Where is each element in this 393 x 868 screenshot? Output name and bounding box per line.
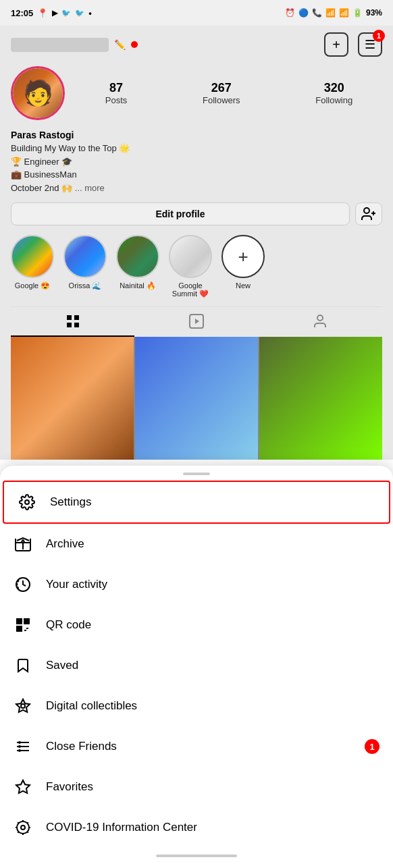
- username-area: p_r_a_s_t_o_g_i ✏️: [11, 38, 138, 52]
- call-icon: 📞: [312, 8, 322, 18]
- grid-cell-2[interactable]: [135, 337, 258, 460]
- top-bar: p_r_a_s_t_o_g_i ✏️ + ☰ 1: [11, 32, 382, 57]
- avatar[interactable]: 🧑: [11, 66, 65, 120]
- menu-button[interactable]: ☰ 1: [358, 32, 382, 57]
- svg-point-9: [317, 315, 323, 321]
- highlight-circle-orissa: [63, 235, 107, 278]
- menu-item-digital-collectibles[interactable]: Digital collectibles: [0, 686, 393, 726]
- tagged-icon: [312, 313, 328, 329]
- tab-reels[interactable]: [134, 307, 258, 337]
- add-person-button[interactable]: [355, 202, 382, 225]
- profile-info-row: 🧑 87 Posts 267 Followers 320 Following: [11, 66, 382, 120]
- covid-label: COVID-19 Information Center: [46, 821, 197, 834]
- stats-row: 87 Posts 267 Followers 320 Following: [76, 81, 382, 105]
- add-post-button[interactable]: +: [324, 32, 348, 57]
- reels-icon: [188, 313, 205, 329]
- photo-grid: [11, 337, 382, 460]
- activity-label: Your activity: [46, 578, 107, 591]
- highlight-google-summit[interactable]: Google Summit ❤️: [169, 235, 212, 298]
- tab-grid[interactable]: [11, 307, 134, 337]
- battery-percent: 93%: [366, 8, 382, 18]
- activity-icon: [14, 575, 32, 594]
- status-time-area: 12:05 📍 ▶ 🐦 🐦 •: [11, 8, 92, 18]
- svg-point-35: [17, 821, 29, 834]
- svg-marker-34: [16, 780, 30, 793]
- signal-icon: 📶: [339, 8, 349, 18]
- svg-rect-6: [74, 323, 79, 327]
- svg-point-0: [364, 208, 369, 213]
- posts-stat[interactable]: 87 Posts: [105, 81, 128, 105]
- covid-icon: [14, 818, 32, 837]
- menu-item-covid[interactable]: COVID-19 Information Center: [0, 807, 393, 848]
- saved-icon: [14, 656, 32, 675]
- edit-profile-button[interactable]: Edit profile: [11, 202, 350, 225]
- bluetooth-icon: 🔵: [298, 8, 309, 18]
- svg-point-27: [21, 704, 25, 708]
- archive-label: Archive: [46, 537, 84, 551]
- close-friends-label: Close Friends: [46, 740, 117, 753]
- svg-rect-4: [74, 315, 79, 320]
- top-action-icons: + ☰ 1: [324, 32, 382, 57]
- highlight-circle-new: +: [221, 235, 265, 278]
- highlight-orissa[interactable]: Orissa 🌊: [63, 235, 107, 298]
- menu-item-saved[interactable]: Saved: [0, 645, 393, 686]
- profile-section: p_r_a_s_t_o_g_i ✏️ + ☰ 1 🧑 87 Posts: [0, 26, 393, 460]
- menu-item-close-friends[interactable]: Close Friends 1: [0, 726, 393, 767]
- menu-item-archive[interactable]: Archive: [0, 524, 393, 564]
- bottom-sheet: Settings Archive Your activity: [0, 466, 393, 868]
- tab-tagged[interactable]: [259, 307, 382, 337]
- favorites-icon: [14, 778, 32, 796]
- followers-stat[interactable]: 267 Followers: [203, 81, 240, 105]
- grid-cell-3[interactable]: [259, 337, 382, 460]
- svg-line-41: [18, 822, 18, 823]
- dot-icon: •: [88, 8, 92, 18]
- highlight-new[interactable]: + New: [221, 235, 265, 298]
- following-count: 320: [324, 81, 344, 95]
- close-friends-badge: 1: [365, 739, 379, 754]
- svg-rect-5: [67, 323, 72, 327]
- add-person-icon: [361, 206, 377, 222]
- followers-count: 267: [211, 81, 232, 95]
- profile-name: Paras Rastogi: [11, 130, 382, 140]
- highlight-label-nainital: Nainital 🔥: [120, 281, 156, 290]
- saved-label: Saved: [46, 659, 78, 672]
- svg-rect-3: [67, 315, 72, 320]
- svg-rect-17: [26, 620, 28, 622]
- archive-icon: [14, 535, 32, 553]
- bio-line3: 💼 BusinessMan: [11, 168, 382, 182]
- svg-line-42: [27, 832, 28, 832]
- edit-profile-row: Edit profile: [11, 202, 382, 225]
- highlight-label-google: Google 😍: [15, 281, 51, 290]
- menu-item-qr-code[interactable]: QR code: [0, 605, 393, 645]
- qr-icon: [14, 616, 32, 634]
- status-dot: [131, 41, 138, 48]
- menu-item-your-activity[interactable]: Your activity: [0, 564, 393, 605]
- menu-item-settings[interactable]: Settings: [3, 481, 390, 524]
- youtube-icon: ▶: [52, 9, 57, 18]
- close-friends-icon: [14, 737, 32, 756]
- bio-line2: 🏆 Engineer 🎓: [11, 155, 382, 169]
- bio-more-link[interactable]: ... more: [75, 183, 105, 193]
- highlight-nainital[interactable]: Nainital 🔥: [116, 235, 159, 298]
- svg-point-31: [18, 741, 21, 744]
- following-stat[interactable]: 320 Following: [315, 81, 352, 105]
- bio-line1: Building My Way to the Top 🌟: [11, 142, 382, 155]
- edit-username-icon[interactable]: ✏️: [114, 39, 126, 50]
- collectibles-label: Digital collectibles: [46, 699, 137, 713]
- menu-item-favorites[interactable]: Favorites: [0, 767, 393, 807]
- status-icons-area: ⏰ 🔵 📞 📶 📶 🔋 93%: [285, 8, 382, 18]
- following-label: Following: [315, 95, 352, 105]
- home-indicator-bar: [0, 848, 393, 864]
- content-tabs: [11, 306, 382, 337]
- highlights-row: Google 😍 Orissa 🌊 Nainital 🔥 Google Summ…: [11, 235, 382, 306]
- favorites-label: Favorites: [46, 780, 93, 794]
- svg-point-32: [18, 745, 21, 748]
- highlight-google[interactable]: Google 😍: [11, 235, 54, 298]
- highlight-circle-google-summit: [169, 235, 212, 278]
- grid-cell-1[interactable]: [11, 337, 134, 460]
- sheet-handle: [183, 472, 210, 475]
- svg-line-43: [27, 822, 28, 823]
- svg-point-10: [25, 500, 29, 504]
- status-bar: 12:05 📍 ▶ 🐦 🐦 • ⏰ 🔵 📞 📶 📶 🔋 93%: [0, 0, 393, 26]
- posts-label: Posts: [105, 95, 128, 105]
